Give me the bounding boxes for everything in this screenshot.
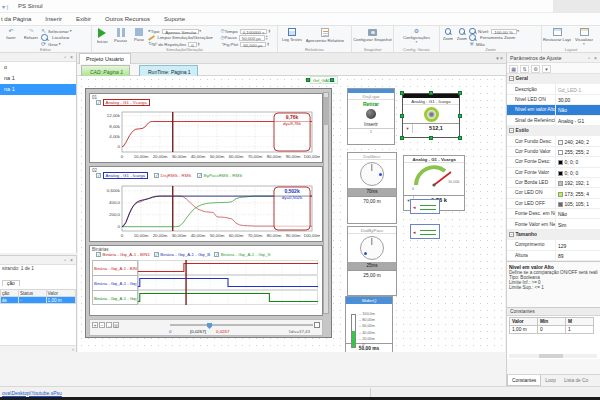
- dropdown-icon[interactable]: ▼: [403, 124, 413, 133]
- property-row[interactable]: Fonte Desc. em NegritoNão: [507, 209, 600, 219]
- selection-handle[interactable]: [400, 136, 404, 140]
- chart-vertical-scrollbar[interactable]: [323, 92, 329, 314]
- vertical-slider[interactable]: [351, 314, 356, 348]
- property-row[interactable]: Nível LED ON30,00: [507, 95, 600, 105]
- legend-checkbox[interactable]: ✓: [96, 252, 101, 257]
- iniciar-button[interactable]: Iniciar: [93, 27, 111, 44]
- pausar-button[interactable]: Pausar: [111, 27, 129, 43]
- property-row[interactable]: Cor Fundo Valor255; 255; 2: [507, 147, 600, 157]
- column-header[interactable]: Status: [18, 290, 46, 297]
- selection-handle[interactable]: [306, 78, 310, 82]
- legend-checkbox[interactable]: ✓: [214, 252, 219, 257]
- selection-handle[interactable]: [400, 91, 404, 95]
- close-icon[interactable]: ×: [594, 55, 597, 61]
- selection-handle[interactable]: [330, 78, 334, 82]
- tree-item-2[interactable]: na 1: [0, 84, 76, 95]
- tab-runtime-page[interactable]: RunTime: Página 1: [139, 65, 198, 76]
- property-row[interactable]: Altura89: [507, 251, 600, 261]
- zoom-in-button[interactable]: Zoom: [441, 27, 455, 41]
- fit-x-button[interactable]: ↔: [106, 322, 112, 328]
- panel-tab-Lista de Co[interactable]: Lista de Co: [560, 375, 592, 386]
- tree-item-1[interactable]: na 1: [0, 73, 76, 84]
- binary-plot[interactable]: [138, 260, 318, 305]
- legend-item[interactable]: ✓Binária - Gqi_A-1 - BIN1: [96, 252, 150, 257]
- property-row[interactable]: Cor Fonte Desc:0; 0; 0: [507, 157, 600, 167]
- selection-handle[interactable]: [429, 91, 433, 95]
- selection-handle[interactable]: [458, 114, 462, 118]
- configuracoes-button[interactable]: ⚙Configurações▾: [395, 27, 438, 44]
- close-icon[interactable]: ×: [70, 257, 73, 263]
- property-row[interactable]: Sinal de ReferênciaAnalóg - G1: [507, 116, 600, 126]
- ribbon-tab-3[interactable]: Outros Recursos: [98, 13, 157, 25]
- zoom-x-out-button[interactable]: −: [99, 322, 105, 328]
- tab-projeto-usuario[interactable]: Projeto Usuário: [79, 53, 131, 64]
- tree-item-0[interactable]: o: [0, 62, 76, 73]
- property-group-Estilo[interactable]: −Estilo: [507, 126, 600, 136]
- property-row[interactable]: Cor LED OFF105; 105; 1: [507, 199, 600, 209]
- legend-checkbox[interactable]: ✓: [154, 173, 159, 178]
- redo-button[interactable]: ↷Refazer: [21, 27, 41, 40]
- list-tab[interactable]: ção: [2, 280, 20, 286]
- component-block[interactable]: ◄: [410, 199, 440, 214]
- ribbon-tab-4[interactable]: Suporte: [157, 13, 192, 25]
- zoom-out-button[interactable]: Zoom: [455, 27, 469, 41]
- pin-icon[interactable]: ▫: [64, 54, 66, 60]
- property-group-Tamanho[interactable]: −Tamanho: [507, 230, 600, 240]
- runtime-canvas[interactable]: Grf_GAD-1 01 ✓Analog - G1 - Vcarga 010,0…: [78, 76, 505, 352]
- project-path-link[interactable]: ova\Desktop\Youtube.sPsu: [2, 390, 62, 396]
- undo-button[interactable]: ↶fazer: [1, 27, 21, 40]
- column-header[interactable]: Valor: [510, 318, 538, 326]
- expand-icon[interactable]: ▾: [542, 65, 551, 73]
- zoom-x-in-button[interactable]: +: [92, 322, 98, 328]
- dialsecc-knob[interactable]: [360, 162, 384, 186]
- pin-icon[interactable]: ▫: [64, 257, 66, 263]
- chart-widget[interactable]: 01 ✓Analog - G1 - Vcarga 010,00m20,00m30…: [85, 88, 332, 338]
- tab-cad-page[interactable]: CAD: Página 1: [81, 65, 130, 76]
- horizontal-scrollbar[interactable]: [509, 354, 597, 358]
- push-button[interactable]: [366, 109, 376, 119]
- selection-handle[interactable]: [458, 91, 462, 95]
- dialbypass-widget[interactable]: DialByPass 25ms 25,00 m: [347, 226, 397, 296]
- column-header[interactable]: Min: [538, 318, 566, 326]
- visualizar-button[interactable]: Visualizar▾: [571, 27, 597, 46]
- list-scrollbar[interactable]: ›: [0, 345, 76, 352]
- close-icon[interactable]: ×: [70, 54, 73, 60]
- legend-item[interactable]: ✓Analog - G1 - Vcarga: [96, 99, 150, 106]
- tabstrip-controls[interactable]: ▾ ×: [496, 55, 503, 61]
- legend-item[interactable]: ✓Binária - Gqi_A-1 - Gqi_B: [154, 252, 210, 257]
- column-header[interactable]: M: [566, 318, 594, 326]
- ribbon-tab-1[interactable]: Inserir: [38, 13, 69, 25]
- restaurar-layout-button[interactable]: Restaurar Layout: [543, 27, 571, 42]
- property-row[interactable]: Nível em valor AltoNão: [507, 105, 600, 115]
- sort-alpha-icon[interactable]: ⇅: [520, 65, 529, 73]
- property-row[interactable]: Cor Borda LED192; 192; 1: [507, 178, 600, 188]
- selection-handle[interactable]: [400, 114, 404, 118]
- time-slider-handle[interactable]: [207, 323, 212, 329]
- table-row[interactable]: 1,00 m01: [510, 326, 594, 334]
- legend-checkbox[interactable]: ✓: [197, 173, 202, 178]
- legend-item[interactable]: ✓DisjRMS - RMS: [154, 173, 191, 178]
- track-cursor-button[interactable]: ◎: [113, 322, 119, 328]
- panel-tab-Constantes[interactable]: Constantes: [507, 375, 541, 386]
- parar-button[interactable]: Parar: [130, 27, 148, 42]
- property-row[interactable]: DescriçãoGd_LED-1: [507, 84, 600, 94]
- column-header[interactable]: ção: [1, 290, 19, 297]
- slider-widget[interactable]: SliderQ – 100,0m– 80,00m– 60,00m– 40,00m…: [345, 296, 393, 352]
- detach-window-icon[interactable]: [314, 322, 320, 328]
- property-row[interactable]: Cor Fonte Valor0; 0; 0: [507, 168, 600, 178]
- panel-tab-Loop[interactable]: Loop: [541, 375, 560, 386]
- time-slider-track[interactable]: [170, 324, 313, 326]
- categorize-icon[interactable]: ▦: [509, 65, 518, 73]
- legend-checkbox[interactable]: ✓: [96, 100, 101, 105]
- property-row[interactable]: Fonte Valor em NegritoSim: [507, 219, 600, 229]
- ribbon-tab-2[interactable]: Exibir: [69, 13, 98, 25]
- property-row[interactable]: Cor LED ON173; 255; 4: [507, 188, 600, 198]
- table-row[interactable]: ás-1,00 m: [1, 297, 76, 304]
- legend-checkbox[interactable]: ✓: [96, 173, 101, 178]
- property-row[interactable]: Cor Fundo Desc:240; 240; 2: [507, 136, 600, 146]
- property-row[interactable]: Comprimento129: [507, 240, 600, 250]
- quick-access-icons[interactable]: ▾ |: [2, 3, 8, 10]
- selection-handle[interactable]: [429, 136, 433, 140]
- column-header[interactable]: Valor: [46, 290, 75, 297]
- configurar-snapshot-button[interactable]: Configurar Snapshot: [353, 27, 392, 42]
